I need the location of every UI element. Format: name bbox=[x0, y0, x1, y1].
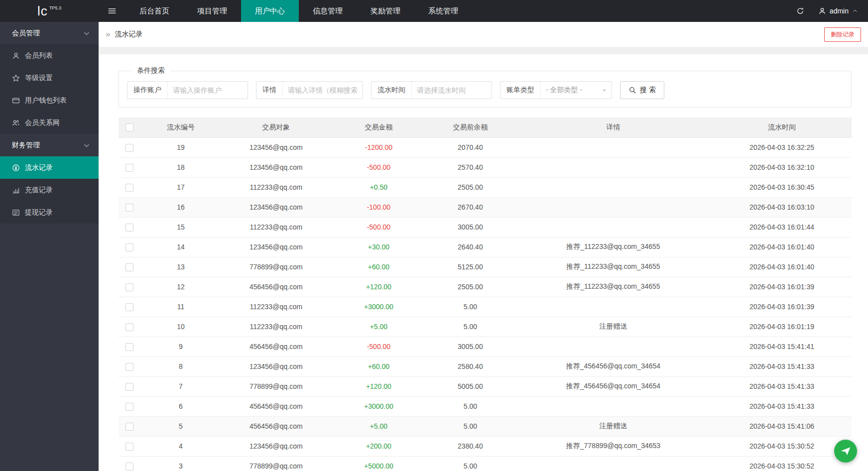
cell-time: 2026-04-03 15:30:52 bbox=[712, 436, 852, 456]
cell-detail: 推荐_112233@qq.com_34655 bbox=[514, 277, 712, 297]
row-checkbox[interactable] bbox=[125, 224, 133, 232]
row-checkbox[interactable] bbox=[125, 204, 133, 212]
chat-widget-button[interactable] bbox=[834, 440, 857, 463]
cell-detail: 推荐_112233@qq.com_34655 bbox=[514, 237, 712, 257]
cell-trade-target: 778899@qq.com bbox=[221, 456, 331, 471]
cell-balance-before: 2505.00 bbox=[426, 277, 514, 297]
cell-record-id: 11 bbox=[140, 297, 221, 317]
top-nav-item-6[interactable]: 系统管理 bbox=[414, 0, 472, 22]
bill-type-select[interactable]: - 全部类型 - bbox=[541, 82, 612, 99]
sidebar-group-header-2[interactable]: 财务管理 bbox=[0, 134, 99, 156]
search-field-label: 详情 bbox=[256, 82, 283, 99]
sidebar-item-label: 流水记录 bbox=[25, 163, 53, 172]
refresh-button[interactable] bbox=[787, 0, 813, 22]
sidebar-item-用户钱包列表[interactable]: 用户钱包列表 bbox=[0, 89, 99, 112]
row-checkbox[interactable] bbox=[125, 343, 133, 351]
sidebar-group-header-1[interactable]: 会员管理 bbox=[0, 22, 99, 44]
sidebar-item-会员列表[interactable]: 会员列表 bbox=[0, 44, 99, 67]
table-row: 10112233@qq.com+5.005.00注册赠送2026-04-03 1… bbox=[119, 317, 852, 337]
row-checkbox-cell bbox=[119, 277, 140, 297]
user-menu[interactable]: admin bbox=[813, 0, 868, 22]
table-row: 16123456@qq.com-100.002670.402026-04-03 … bbox=[119, 197, 852, 217]
row-checkbox[interactable] bbox=[125, 323, 133, 331]
cell-record-id: 9 bbox=[140, 337, 221, 356]
select-all-checkbox[interactable] bbox=[125, 123, 133, 131]
cell-balance-before: 2070.40 bbox=[426, 137, 514, 157]
row-checkbox[interactable] bbox=[125, 263, 133, 271]
search-field-2: 详情 bbox=[256, 81, 363, 99]
cell-trade-amount: +0.50 bbox=[331, 177, 426, 197]
cell-trade-amount: -500.00 bbox=[331, 157, 426, 177]
sidebar-item-充值记录[interactable]: 充值记录 bbox=[0, 179, 99, 201]
sidebar-item-提现记录[interactable]: 提现记录 bbox=[0, 201, 99, 224]
app-root: lc TP5.3 会员管理会员列表等级设置用户钱包列表会员关系网财务管理流水记录… bbox=[0, 0, 868, 471]
sidebar-item-会员关系网[interactable]: 会员关系网 bbox=[0, 112, 99, 134]
sidebar-item-label: 用户钱包列表 bbox=[25, 96, 67, 105]
cell-trade-target: 123456@qq.com bbox=[221, 237, 331, 257]
sidebar-item-label: 会员关系网 bbox=[25, 118, 60, 127]
sidebar-item-流水记录[interactable]: 流水记录 bbox=[0, 156, 99, 179]
top-nav-item-5[interactable]: 奖励管理 bbox=[357, 0, 414, 22]
page-title: 流水记录 bbox=[115, 30, 142, 39]
delete-records-button[interactable]: 删除记录 bbox=[824, 27, 861, 42]
search-button[interactable]: 搜 索 bbox=[620, 81, 664, 99]
row-checkbox[interactable] bbox=[125, 363, 133, 371]
row-checkbox-cell bbox=[119, 337, 140, 356]
cell-time: 2026-04-03 16:01:44 bbox=[712, 217, 852, 237]
cell-balance-before: 5005.00 bbox=[426, 376, 514, 396]
cell-trade-target: 778899@qq.com bbox=[221, 376, 331, 396]
search-input-3[interactable] bbox=[412, 82, 492, 99]
cell-trade-target: 456456@qq.com bbox=[221, 277, 331, 297]
column-header-2: 交易对象 bbox=[221, 118, 331, 137]
main-column: 后台首页项目管理用户中心信息管理奖励管理系统管理 admin » 流水记录 删除… bbox=[99, 0, 868, 471]
cell-time: 2026-04-03 15:41:33 bbox=[712, 376, 852, 396]
cell-record-id: 8 bbox=[140, 356, 221, 376]
cell-trade-amount: +120.00 bbox=[331, 376, 426, 396]
cell-trade-amount: +60.00 bbox=[331, 257, 426, 277]
users-icon bbox=[12, 119, 20, 127]
cell-time: 2026-04-03 15:41:33 bbox=[712, 356, 852, 376]
row-checkbox[interactable] bbox=[125, 443, 133, 451]
row-checkbox[interactable] bbox=[125, 243, 133, 251]
table-row: 17112233@qq.com+0.502505.002026-04-03 16… bbox=[119, 177, 852, 197]
search-field-3: 流水时间 bbox=[371, 81, 492, 99]
cell-trade-target: 112233@qq.com bbox=[221, 177, 331, 197]
row-checkbox[interactable] bbox=[125, 303, 133, 311]
cell-record-id: 17 bbox=[140, 177, 221, 197]
column-header-1: 流水编号 bbox=[140, 118, 221, 137]
row-checkbox[interactable] bbox=[125, 164, 133, 172]
row-checkbox[interactable] bbox=[125, 423, 133, 431]
column-header-3: 交易金额 bbox=[331, 118, 426, 137]
sidebar-item-等级设置[interactable]: 等级设置 bbox=[0, 67, 99, 89]
cell-time: 2026-04-03 16:32:25 bbox=[712, 137, 852, 157]
wallet-icon bbox=[12, 97, 20, 105]
cell-time: 2026-04-03 16:32:10 bbox=[712, 157, 852, 177]
search-input-1[interactable] bbox=[168, 82, 248, 99]
logo-text: lc bbox=[37, 3, 48, 19]
caret-down-icon bbox=[601, 87, 608, 94]
cell-balance-before: 5.00 bbox=[426, 456, 514, 471]
row-checkbox[interactable] bbox=[125, 184, 133, 192]
cell-trade-amount: +30.00 bbox=[331, 237, 426, 257]
table-row: 15112233@qq.com-500.003005.002026-04-03 … bbox=[119, 217, 852, 237]
row-checkbox[interactable] bbox=[125, 283, 133, 291]
cell-trade-amount: +5.00 bbox=[331, 416, 426, 436]
cell-record-id: 3 bbox=[140, 456, 221, 471]
search-input-2[interactable] bbox=[283, 82, 363, 99]
top-nav-item-1[interactable]: 后台首页 bbox=[125, 0, 183, 22]
menu-toggle-button[interactable] bbox=[99, 0, 125, 22]
row-checkbox[interactable] bbox=[125, 144, 133, 152]
cell-detail bbox=[514, 137, 712, 157]
row-checkbox[interactable] bbox=[125, 463, 133, 471]
top-nav-item-3[interactable]: 用户中心 bbox=[241, 0, 299, 22]
cell-trade-target: 112233@qq.com bbox=[221, 297, 331, 317]
top-nav-item-4[interactable]: 信息管理 bbox=[299, 0, 357, 22]
chat-icon bbox=[839, 445, 852, 458]
cell-record-id: 14 bbox=[140, 237, 221, 257]
cell-time: 2026-04-03 16:03:10 bbox=[712, 197, 852, 217]
row-checkbox[interactable] bbox=[125, 403, 133, 411]
search-field-label: 操作账户 bbox=[127, 82, 168, 99]
top-nav-item-2[interactable]: 项目管理 bbox=[183, 0, 241, 22]
cell-time: 2026-04-03 15:41:41 bbox=[712, 337, 852, 356]
row-checkbox[interactable] bbox=[125, 383, 133, 391]
